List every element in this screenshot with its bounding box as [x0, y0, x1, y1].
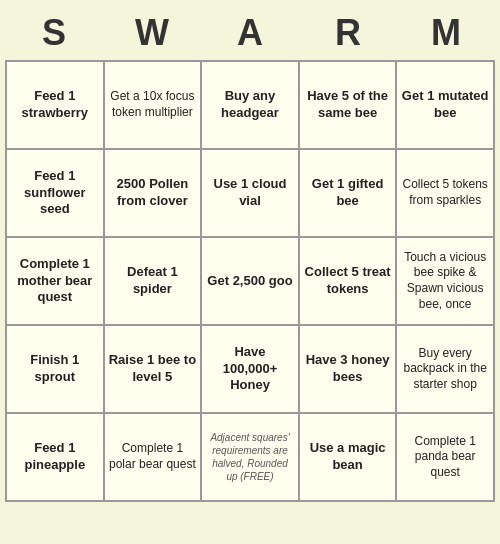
bingo-cell: Get 1 gifted bee [300, 150, 398, 238]
bingo-cell: Use 1 cloud vial [202, 150, 300, 238]
bingo-cell: Complete 1 mother bear quest [7, 238, 105, 326]
bingo-cell: Use a magic bean [300, 414, 398, 502]
bingo-cell: Get a 10x focus token multiplier [105, 62, 203, 150]
bingo-cell: Buy every backpack in the starter shop [397, 326, 495, 414]
bingo-cell: Have 5 of the same bee [300, 62, 398, 150]
bingo-cell: Feed 1 sunflower seed [7, 150, 105, 238]
bingo-cell: Defeat 1 spider [105, 238, 203, 326]
bingo-cell: Complete 1 polar bear quest [105, 414, 203, 502]
bingo-card: SWARM Feed 1 strawberryGet a 10x focus t… [5, 8, 495, 502]
bingo-cell: Get 1 mutated bee [397, 62, 495, 150]
bingo-cell: Touch a vicious bee spike & Spawn viciou… [397, 238, 495, 326]
bingo-cell: Get 2,500 goo [202, 238, 300, 326]
header-letter: R [299, 8, 397, 58]
header-letter: W [103, 8, 201, 58]
bingo-header: SWARM [5, 8, 495, 58]
bingo-cell: Have 3 honey bees [300, 326, 398, 414]
bingo-cell: 2500 Pollen from clover [105, 150, 203, 238]
bingo-cell: Finish 1 sprout [7, 326, 105, 414]
bingo-cell: Feed 1 strawberry [7, 62, 105, 150]
bingo-grid: Feed 1 strawberryGet a 10x focus token m… [5, 60, 495, 502]
header-letter: A [201, 8, 299, 58]
bingo-cell: Feed 1 pineapple [7, 414, 105, 502]
bingo-cell: Collect 5 treat tokens [300, 238, 398, 326]
bingo-cell: Complete 1 panda bear quest [397, 414, 495, 502]
header-letter: M [397, 8, 495, 58]
header-letter: S [5, 8, 103, 58]
bingo-cell: Buy any headgear [202, 62, 300, 150]
bingo-cell: Raise 1 bee to level 5 [105, 326, 203, 414]
bingo-cell: Adjacent squares' requirements are halve… [202, 414, 300, 502]
bingo-cell: Have 100,000+ Honey [202, 326, 300, 414]
bingo-cell: Collect 5 tokens from sparkles [397, 150, 495, 238]
